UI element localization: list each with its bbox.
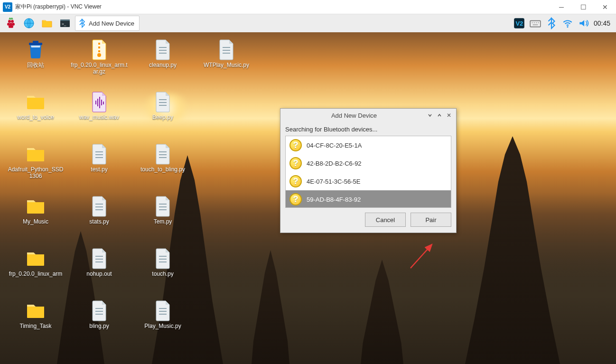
svg-rect-9 bbox=[60, 19, 70, 21]
audio-icon bbox=[88, 90, 111, 113]
svg-point-4 bbox=[12, 23, 15, 26]
taskbar-clock[interactable]: 00:45 bbox=[594, 19, 610, 27]
desktop-icon-label: Adafruit_Python_SSD1306 bbox=[7, 166, 64, 179]
desktop-icon[interactable]: frp_0.20.0_linux_arm bbox=[4, 245, 67, 297]
vnc-tray-icon[interactable]: V2 bbox=[513, 17, 525, 29]
bluetooth-device-item[interactable]: ?59-AD-B8-4F-83-92 bbox=[286, 190, 451, 208]
desktop-icon[interactable]: Tem.py bbox=[131, 193, 195, 245]
bluetooth-device-item[interactable]: ?42-B8-2D-B2-C6-92 bbox=[286, 154, 451, 172]
file-icon bbox=[151, 142, 174, 165]
archive-icon bbox=[88, 38, 111, 61]
desktop-icon-label: stats.py bbox=[89, 218, 109, 225]
taskbar-task-label: Add New Device bbox=[89, 20, 134, 27]
folder-icon bbox=[24, 142, 47, 165]
file-icon bbox=[151, 195, 174, 217]
desktop-icon-label: Timing_Task bbox=[20, 323, 52, 329]
dialog-titlebar[interactable]: Add New Device ✕ bbox=[280, 109, 456, 122]
unknown-device-icon: ? bbox=[289, 193, 302, 205]
dialog-maximize-icon[interactable] bbox=[435, 111, 444, 120]
desktop-icon-label: frp_0.20.0_linux_arm.tar.gz bbox=[71, 62, 128, 75]
dialog-close-icon[interactable]: ✕ bbox=[445, 111, 453, 120]
bluetooth-device-list[interactable]: ?04-CF-8C-20-E5-1A?42-B8-2D-B2-C6-92?4E-… bbox=[285, 136, 451, 208]
svg-rect-13 bbox=[530, 21, 541, 27]
terminal-icon[interactable]: >_ bbox=[57, 16, 73, 31]
svg-rect-22 bbox=[98, 43, 100, 45]
desktop-icon-label: Beep.py bbox=[152, 114, 173, 121]
file-icon bbox=[215, 38, 238, 61]
unknown-device-icon: ? bbox=[289, 157, 302, 169]
desktop-icon[interactable]: Adafruit_Python_SSD1306 bbox=[4, 140, 67, 193]
desktop-icon-label: 回收站 bbox=[27, 62, 44, 68]
bluetooth-device-item[interactable]: ?04-CF-8C-20-E5-1A bbox=[286, 136, 451, 154]
desktop-icon[interactable]: test.py bbox=[67, 140, 131, 193]
svg-text:>_: >_ bbox=[62, 22, 66, 26]
bluetooth-tray-icon[interactable] bbox=[545, 17, 558, 29]
desktop-icon[interactable]: bling.py bbox=[67, 297, 131, 349]
dialog-minimize-icon[interactable] bbox=[426, 111, 434, 120]
desktop-icon[interactable]: nohup.out bbox=[67, 245, 131, 297]
folder-icon bbox=[24, 247, 47, 270]
desktop-icons-grid: 回收站frp_0.20.0_linux_arm.tar.gzcleanup.py… bbox=[4, 36, 258, 349]
file-icon bbox=[88, 195, 111, 217]
vnc-remote-desktop: >_ Add New Device V2 00:45 bbox=[0, 14, 616, 364]
desktop-icon[interactable]: cleanup.py bbox=[131, 36, 195, 88]
svg-rect-34 bbox=[99, 97, 100, 108]
desktop-icon-label: word_to_voice bbox=[17, 114, 54, 121]
desktop-icon[interactable]: stats.py bbox=[67, 193, 131, 245]
taskbar-task-add-device[interactable]: Add New Device bbox=[75, 16, 140, 31]
keyboard-tray-icon[interactable] bbox=[529, 17, 541, 29]
bluetooth-icon bbox=[77, 19, 87, 28]
web-browser-icon[interactable] bbox=[21, 16, 37, 31]
svg-point-25 bbox=[97, 53, 101, 57]
volume-tray-icon[interactable] bbox=[578, 17, 590, 29]
file-icon bbox=[151, 247, 174, 270]
folder-icon bbox=[24, 90, 47, 113]
device-mac-label: 42-B8-2D-B2-C6-92 bbox=[307, 160, 362, 167]
svg-rect-21 bbox=[33, 41, 38, 43]
folder-icon bbox=[24, 195, 47, 217]
svg-rect-35 bbox=[101, 100, 102, 105]
raspberry-menu-icon[interactable] bbox=[3, 16, 19, 31]
device-mac-label: 04-CF-8C-20-E5-1A bbox=[307, 142, 362, 149]
desktop-icon[interactable]: touch.py bbox=[131, 245, 195, 297]
desktop-icon[interactable]: Beep.py bbox=[131, 88, 195, 140]
svg-point-1 bbox=[11, 20, 14, 23]
desktop-icon[interactable]: frp_0.20.0_linux_arm.tar.gz bbox=[67, 36, 131, 88]
desktop-icon-label: My_Music bbox=[23, 218, 48, 225]
desktop-icon-label: cleanup.py bbox=[149, 62, 177, 68]
desktop-icon[interactable]: 回收站 bbox=[4, 36, 67, 88]
pair-button[interactable]: Pair bbox=[411, 213, 451, 227]
desktop-icon-label: test.py bbox=[91, 166, 107, 173]
desktop-icon-label: wav_music.wav bbox=[79, 114, 119, 121]
window-title: 家中Pi (raspberrypi) - VNC Viewer bbox=[15, 3, 551, 11]
file-manager-icon[interactable] bbox=[39, 16, 55, 31]
file-icon bbox=[151, 299, 174, 322]
file-icon bbox=[151, 90, 174, 113]
desktop-icon[interactable]: My_Music bbox=[4, 193, 67, 245]
desktop-icon-label: touch_to_bling.py bbox=[140, 166, 185, 173]
svg-rect-33 bbox=[97, 99, 98, 106]
desktop-icon[interactable]: Timing_Task bbox=[4, 297, 67, 349]
folder-icon bbox=[24, 299, 47, 322]
desktop-icon[interactable]: touch_to_bling.py bbox=[131, 140, 195, 193]
device-mac-label: 4E-07-51-3C-56-5E bbox=[307, 178, 360, 185]
maximize-button[interactable]: ☐ bbox=[572, 0, 594, 14]
device-mac-label: 59-AD-B8-4F-83-92 bbox=[307, 196, 361, 203]
desktop-icon-label: WTPlay_Music.py bbox=[204, 62, 249, 68]
wifi-tray-icon[interactable] bbox=[561, 17, 574, 29]
cancel-button[interactable]: Cancel bbox=[365, 213, 406, 227]
svg-rect-36 bbox=[103, 102, 104, 104]
minimize-button[interactable]: ─ bbox=[551, 0, 572, 14]
bluetooth-device-item[interactable]: ?4E-07-51-3C-56-5E bbox=[286, 172, 451, 190]
desktop-icon[interactable]: WTPlay_Music.py bbox=[195, 36, 258, 88]
trash-icon bbox=[24, 38, 47, 61]
add-device-dialog: Add New Device ✕ Searching for Bluetooth… bbox=[280, 108, 457, 233]
desktop-icon-label: touch.py bbox=[152, 271, 173, 277]
dialog-body: Searching for Bluetooth devices... ?04-C… bbox=[280, 122, 456, 233]
desktop-icon[interactable]: wav_music.wav bbox=[67, 88, 131, 140]
close-button[interactable]: ✕ bbox=[594, 0, 616, 14]
desktop-icon[interactable]: word_to_voice bbox=[4, 88, 67, 140]
desktop-icon[interactable]: Play_Music.py bbox=[131, 297, 195, 349]
taskbar-tray: V2 00:45 bbox=[513, 17, 614, 29]
dialog-button-row: Cancel Pair bbox=[285, 213, 451, 227]
